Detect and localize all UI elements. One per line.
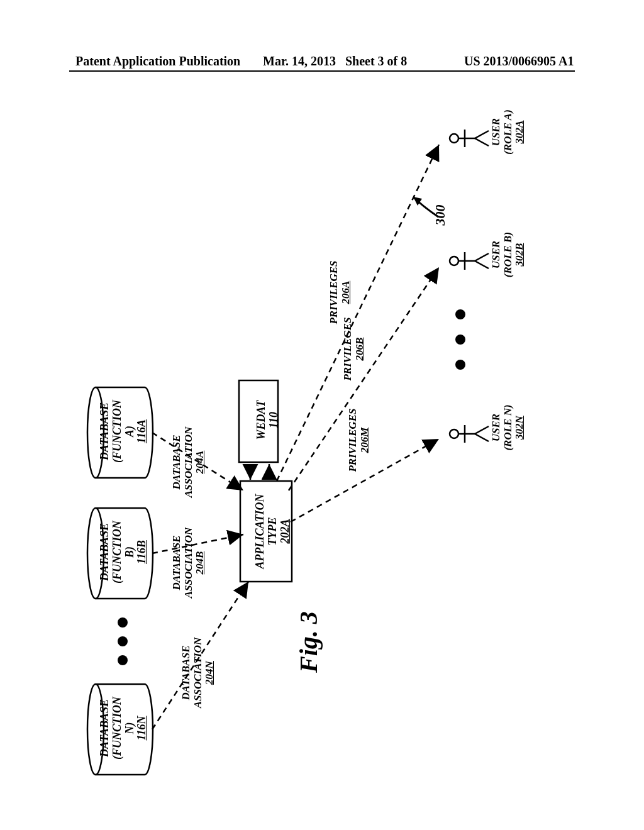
figure-label: Fig. 3 <box>294 585 323 673</box>
svg-point-12 <box>118 636 128 646</box>
header-rule <box>69 70 575 72</box>
svg-line-17 <box>475 138 489 146</box>
user-b-icon <box>450 252 489 270</box>
user-n-label: USER (ROLE N) 302N <box>491 393 526 462</box>
database-a-label: DATABASE (FUNCTION A) 116A <box>99 387 148 475</box>
assoc-b-label: DATABASE ASSOCIATION 204B <box>171 512 206 613</box>
page: Patent Application Publication Mar. 14, … <box>0 0 644 830</box>
database-b-label: DATABASE (FUNCTION B) 116B <box>99 508 148 596</box>
svg-point-31 <box>455 360 465 370</box>
svg-line-28 <box>475 426 489 434</box>
wedat-label: WEDAT 110 <box>255 382 280 458</box>
priv-m-label: PRIVILEGES 206M <box>347 396 370 484</box>
svg-line-23 <box>475 253 489 261</box>
database-n-label: DATABASE (FUNCTION N) 116N <box>99 684 148 772</box>
user-b-label: USER (ROLE B) 302B <box>491 220 526 289</box>
header-sheet: Sheet 3 of 8 <box>345 54 407 68</box>
svg-point-14 <box>450 134 458 143</box>
assoc-a-label: DATABASE ASSOCIATION 204A <box>171 412 206 512</box>
user-n-icon <box>450 425 489 443</box>
svg-point-30 <box>455 335 465 345</box>
svg-line-22 <box>475 261 489 268</box>
wedat-app-lines <box>250 464 269 480</box>
database-ellipsis <box>118 617 128 665</box>
header-middle: Mar. 14, 2013 Sheet 3 of 8 <box>263 54 407 69</box>
svg-point-24 <box>450 429 458 438</box>
user-ellipsis <box>455 309 465 370</box>
application-type-label: APPLICATION TYPE 202A <box>254 484 291 578</box>
priv-b-label: PRIVILEGES 206B <box>342 305 365 393</box>
svg-line-18 <box>475 131 489 138</box>
svg-point-13 <box>118 655 128 665</box>
header-date: Mar. 14, 2013 <box>263 54 336 68</box>
ref-300-label: 300 <box>433 196 448 234</box>
assoc-n-label: DATABASE ASSOCIATION 204N <box>180 622 216 723</box>
svg-point-19 <box>450 257 458 265</box>
svg-line-27 <box>475 434 489 441</box>
svg-point-29 <box>455 309 465 319</box>
user-a-label: USER (ROLE A) 302A <box>491 97 526 167</box>
figure-diagram: WEDAT 110 APPLICATION TYPE 202A DATABASE… <box>70 94 574 786</box>
header-right: US 2013/0066905 A1 <box>464 54 574 69</box>
user-a-icon <box>450 130 489 147</box>
page-header: Patent Application Publication Mar. 14, … <box>0 54 644 70</box>
header-left: Patent Application Publication <box>75 54 240 69</box>
svg-point-11 <box>118 617 128 628</box>
